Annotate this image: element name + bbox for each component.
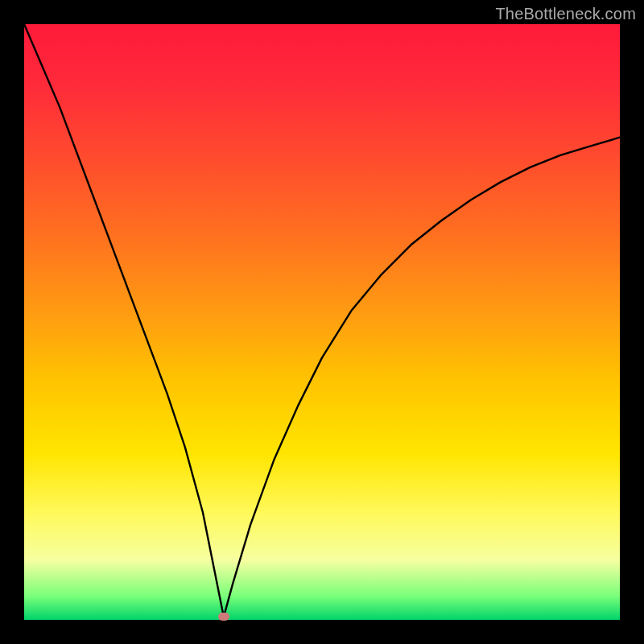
chart-frame: TheBottleneck.com — [0, 0, 644, 644]
bottleneck-curve — [24, 24, 620, 617]
optimal-point-marker — [218, 613, 229, 621]
watermark-text: TheBottleneck.com — [495, 5, 636, 23]
plot-area — [24, 24, 620, 620]
curve-svg — [24, 24, 620, 620]
